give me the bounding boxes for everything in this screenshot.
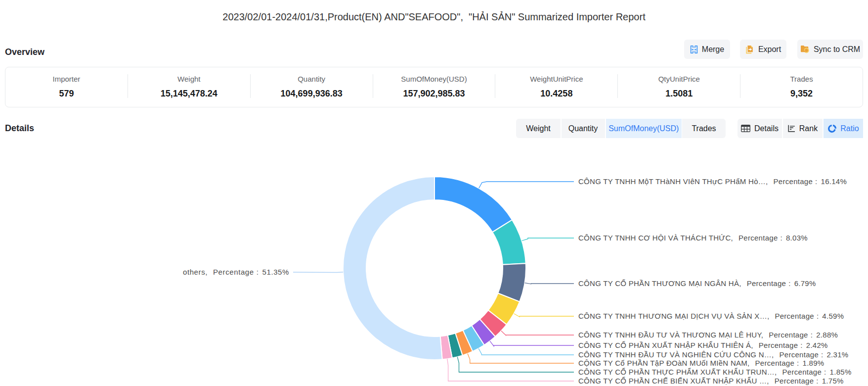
svg-text:CÔNG TY TNHH ĐẦU TƯ VÀ NGHIÊN: CÔNG TY TNHH ĐẦU TƯ VÀ NGHIÊN CỨU CÔNG N… (578, 350, 848, 359)
svg-text:CÔNG TY TNHH ĐẦU TƯ VÀ THƯƠNG: CÔNG TY TNHH ĐẦU TƯ VÀ THƯƠNG MẠI LÊ HUY… (578, 331, 838, 339)
svg-text:CÔNG TY CỔ PHẦN CHẾ BIẾN XUẤT: CÔNG TY CỔ PHẦN CHẾ BIẾN XUẤT NHẬP KHẨU … (578, 377, 844, 385)
svg-text:CỘNG TY Cổ PHẦN TậP ĐOàN MUốI: CỘNG TY Cổ PHẦN TậP ĐOàN MUốI MIềN NAM,P… (578, 359, 824, 367)
svg-text:CÔNG TY TNHH CƠ HỘI VÀ THÁCH T: CÔNG TY TNHH CƠ HỘI VÀ THÁCH THỨC,Percen… (578, 234, 808, 242)
svg-text:others,Percentage:51.35%: others,Percentage:51.35% (183, 268, 289, 276)
svg-text:CÔNG TY TNHH MộT THàNH VIêN TH: CÔNG TY TNHH MộT THàNH VIêN THựC PHẩM Hò… (578, 177, 847, 186)
svg-text:CÔNG TY TNHH THƯƠNG MẠI DỊCH V: CÔNG TY TNHH THƯƠNG MẠI DỊCH VỤ VÀ SẢN X… (578, 312, 844, 320)
svg-text:CÔNG TY CỔ PHẦN XUẤT NHẬP KHẨU: CÔNG TY CỔ PHẦN XUẤT NHẬP KHẨU THIÊN Á,P… (578, 341, 828, 349)
svg-text:CÔNG TY CỔ PHẦN THƯƠNG MẠI NGÂ: CÔNG TY CỔ PHẦN THƯƠNG MẠI NGÂN HÀ,Perce… (578, 279, 816, 288)
svg-text:CÔNG TY CỔ PHẦN THỰC PHẨM XUẤT: CÔNG TY CỔ PHẦN THỰC PHẨM XUẤT KHẨU TRUN… (578, 368, 852, 376)
